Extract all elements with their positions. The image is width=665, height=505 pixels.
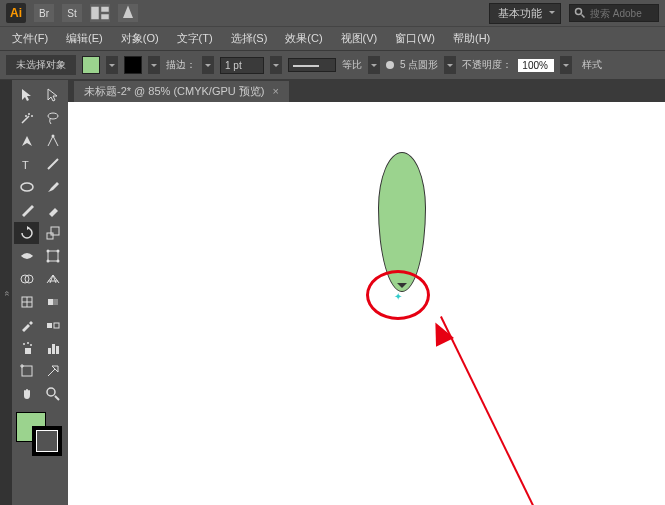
menu-help[interactable]: 帮助(H) xyxy=(445,28,498,49)
svg-rect-2 xyxy=(101,14,109,19)
stock-icon[interactable]: St xyxy=(62,4,82,22)
stroke-dropdown[interactable] xyxy=(148,56,160,74)
opacity-label: 不透明度： xyxy=(462,58,512,72)
bridge-icon[interactable]: Br xyxy=(34,4,54,22)
workspace-switcher[interactable]: 基本功能 xyxy=(489,3,561,24)
menu-select[interactable]: 选择(S) xyxy=(223,28,276,49)
svg-point-36 xyxy=(47,388,55,396)
svg-rect-0 xyxy=(91,7,99,20)
menu-object[interactable]: 对象(O) xyxy=(113,28,167,49)
direct-selection-tool[interactable] xyxy=(40,84,65,106)
rotate-tool[interactable] xyxy=(14,222,39,244)
menu-edit[interactable]: 编辑(E) xyxy=(58,28,111,49)
menu-file[interactable]: 文件(F) xyxy=(4,28,56,49)
ellipse-tool[interactable] xyxy=(14,176,39,198)
opacity-input[interactable]: 100% xyxy=(518,59,554,72)
gpu-icon[interactable] xyxy=(118,4,138,22)
app-top-bar: Ai Br St 基本功能 xyxy=(0,0,665,26)
svg-rect-31 xyxy=(52,344,55,354)
rotate-anchor-icon: ✦ xyxy=(394,291,402,302)
search-icon xyxy=(574,7,586,19)
menu-effect[interactable]: 效果(C) xyxy=(277,28,330,49)
line-segment-tool[interactable] xyxy=(40,153,65,175)
document-tab[interactable]: 未标题-2* @ 85% (CMYK/GPU 预览) × xyxy=(74,81,289,102)
annotation-arrow-line xyxy=(440,316,538,505)
gradient-tool[interactable] xyxy=(40,291,65,313)
svg-rect-23 xyxy=(48,299,53,305)
svg-rect-26 xyxy=(25,348,31,354)
blend-tool[interactable] xyxy=(40,314,65,336)
fill-stroke-indicator[interactable] xyxy=(14,412,62,456)
selection-tool[interactable] xyxy=(14,84,39,106)
svg-rect-25 xyxy=(54,323,59,328)
pen-tool[interactable] xyxy=(14,130,39,152)
profile-label[interactable]: 5 点圆形 xyxy=(400,58,438,72)
app-logo-icon: Ai xyxy=(6,3,26,23)
annotation-arrow-head-icon xyxy=(422,309,454,347)
lasso-tool[interactable] xyxy=(40,107,65,129)
perspective-grid-tool[interactable] xyxy=(40,268,65,290)
main-area: « T xyxy=(0,80,665,505)
svg-rect-1 xyxy=(101,7,109,12)
svg-rect-10 xyxy=(47,233,53,239)
toolbox: T xyxy=(12,80,68,505)
magic-wand-tool[interactable] xyxy=(14,107,39,129)
svg-point-15 xyxy=(46,260,49,263)
stroke-color-box[interactable] xyxy=(32,426,62,456)
svg-rect-30 xyxy=(48,348,51,354)
panel-collapse-tab[interactable]: « xyxy=(0,80,12,505)
svg-line-8 xyxy=(48,159,58,169)
svg-rect-11 xyxy=(51,227,59,235)
stroke-weight-dropdown[interactable] xyxy=(270,56,282,74)
svg-point-16 xyxy=(56,260,59,263)
slice-tool[interactable] xyxy=(40,360,65,382)
close-icon[interactable]: × xyxy=(272,85,278,97)
svg-point-9 xyxy=(21,183,33,191)
mesh-tool[interactable] xyxy=(14,291,39,313)
search-input[interactable] xyxy=(590,8,650,19)
curvature-tool[interactable] xyxy=(40,130,65,152)
stroke-weight-input[interactable]: 1 pt xyxy=(220,57,264,74)
stroke-swatch[interactable] xyxy=(124,56,142,74)
scale-tool[interactable] xyxy=(40,222,65,244)
profile-dropdown[interactable] xyxy=(444,56,456,74)
document-tab-bar: 未标题-2* @ 85% (CMYK/GPU 预览) × xyxy=(68,80,665,102)
column-graph-tool[interactable] xyxy=(40,337,65,359)
canvas[interactable]: ✦ xyxy=(68,102,665,505)
svg-point-6 xyxy=(51,135,54,138)
selection-info: 未选择对象 xyxy=(6,55,76,75)
stroke-style-preview[interactable] xyxy=(288,58,336,72)
style-label[interactable]: 样式 xyxy=(582,58,602,72)
type-tool[interactable]: T xyxy=(14,153,39,175)
menu-type[interactable]: 文字(T) xyxy=(169,28,221,49)
svg-point-27 xyxy=(23,343,25,345)
svg-text:T: T xyxy=(22,159,29,171)
stroke-profile-dropdown[interactable] xyxy=(368,56,380,74)
arrange-docs-icon[interactable] xyxy=(90,4,110,22)
document-tab-title: 未标题-2* @ 85% (CMYK/GPU 预览) xyxy=(84,84,264,99)
zoom-tool[interactable] xyxy=(40,383,65,405)
menu-window[interactable]: 窗口(W) xyxy=(387,28,443,49)
pencil-tool[interactable] xyxy=(14,199,39,221)
eraser-tool[interactable] xyxy=(40,199,65,221)
shape-builder-tool[interactable] xyxy=(14,268,39,290)
uniform-label: 等比 xyxy=(342,58,362,72)
eyedropper-tool[interactable] xyxy=(14,314,39,336)
width-tool[interactable] xyxy=(14,245,39,267)
fill-swatch[interactable] xyxy=(82,56,100,74)
fill-dropdown[interactable] xyxy=(106,56,118,74)
search-box[interactable] xyxy=(569,4,659,22)
svg-point-28 xyxy=(27,342,29,344)
svg-rect-24 xyxy=(47,323,52,328)
symbol-sprayer-tool[interactable] xyxy=(14,337,39,359)
free-transform-tool[interactable] xyxy=(40,245,65,267)
opacity-dropdown[interactable] xyxy=(560,56,572,74)
svg-point-13 xyxy=(46,250,49,253)
paintbrush-tool[interactable] xyxy=(40,176,65,198)
menu-view[interactable]: 视图(V) xyxy=(333,28,386,49)
svg-point-14 xyxy=(56,250,59,253)
hand-tool[interactable] xyxy=(14,383,39,405)
svg-rect-33 xyxy=(22,366,32,376)
artboard-tool[interactable] xyxy=(14,360,39,382)
stroke-weight-stepper[interactable] xyxy=(202,56,214,74)
